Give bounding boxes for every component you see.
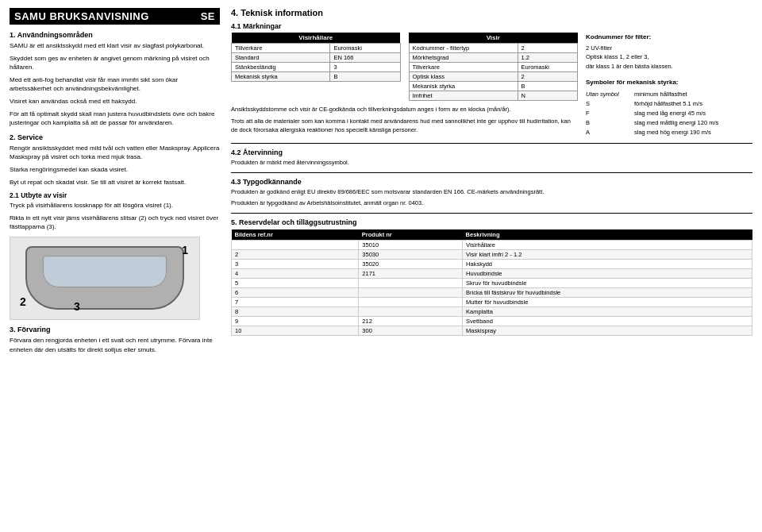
filter-line: Optisk klass 1, 2 eller 3, bbox=[586, 52, 752, 61]
image-label-2: 2 bbox=[20, 295, 26, 308]
symbol-title: Symboler för mekanisk styrka: bbox=[586, 78, 752, 88]
table-cell: Visirhållare bbox=[463, 241, 752, 250]
table-cell: 35010 bbox=[359, 241, 463, 250]
symbol-row: Aslag med hög energi 190 m/s bbox=[586, 128, 752, 137]
table-cell: 7 bbox=[232, 298, 359, 307]
divider-3 bbox=[231, 213, 752, 214]
visir-table: Visir Kodnummer - filtertyp2Mörkhetsgrad… bbox=[409, 33, 579, 101]
table-cell: 300 bbox=[359, 326, 463, 336]
utbyte-p2: Rikta in ett nytt visir jäms visirhållar… bbox=[10, 214, 220, 232]
table-cell: Bricka till fästskruv för huvudbindsle bbox=[463, 288, 752, 298]
anvandning-p5: För att få optimalt skydd skall man just… bbox=[10, 110, 220, 128]
service-p1: Rengör ansiktsskyddet med mild tvål och … bbox=[10, 144, 220, 162]
info-tables: Visirhållare TillverkareEuromaskiStandar… bbox=[231, 33, 578, 101]
symbol-row: Utan symbolminimum hållfasthet bbox=[586, 90, 752, 99]
table-cell: 1.2 bbox=[518, 53, 577, 63]
visir-shape bbox=[25, 246, 184, 310]
table-cell: Tillverkare bbox=[409, 63, 518, 72]
image-label-1: 1 bbox=[182, 244, 188, 256]
parts-header: Bildens ref.nr bbox=[232, 229, 359, 241]
table-cell bbox=[359, 307, 463, 317]
main-title: SAMU BRUKSANVISNING SE bbox=[10, 8, 220, 25]
table-row: 335020Hakskydd bbox=[232, 260, 752, 269]
symbol-desc: minimum hållfasthet bbox=[634, 90, 687, 99]
symbol-desc: slag med hög energi 190 m/s bbox=[634, 128, 711, 137]
service-p3: Byt ut repat och skadat visir. Se till a… bbox=[10, 178, 220, 187]
table-cell bbox=[359, 279, 463, 288]
visir-image: 2 1 3 bbox=[10, 237, 200, 320]
symbol-row: Fslag med låg energi 45 m/s bbox=[586, 109, 752, 118]
utbyte-p1: Tryck på visirhållarens lossknapp för at… bbox=[10, 201, 220, 210]
table-cell: 4 bbox=[232, 269, 359, 279]
table-cell: EN 166 bbox=[330, 53, 400, 63]
filter-line: där klass 1 är den bästa klassen. bbox=[586, 62, 752, 71]
table-row: 6Bricka till fästskruv för huvudbindsle bbox=[232, 288, 752, 298]
filter-symbol-area: Kodnummer för filter: 2 UV-filterOptisk … bbox=[586, 33, 752, 138]
table-cell: Tillverkare bbox=[232, 44, 330, 53]
table-cell: Euromaski bbox=[518, 63, 577, 72]
table-cell: Kamplatta bbox=[463, 307, 752, 317]
table-cell: B bbox=[330, 72, 400, 82]
symbol-key: S bbox=[586, 99, 629, 109]
title-text: SAMU BRUKSANVISNING bbox=[14, 10, 149, 22]
table-cell: 3 bbox=[330, 63, 400, 72]
table-cell bbox=[359, 298, 463, 307]
filter-box: Kodnummer för filter: 2 UV-filterOptisk … bbox=[586, 33, 752, 71]
visirhallare-table: Visirhållare TillverkareEuromaskiStandar… bbox=[231, 33, 401, 82]
service-p2: Starka rengöringsmedel kan skada visiret… bbox=[10, 165, 220, 175]
atervinning-paragraph: Produkten är märkt med återvinningssymbo… bbox=[231, 159, 752, 168]
symbol-desc: slag med måttlig energi 120 m/s bbox=[634, 118, 718, 128]
table-cell: Maskispray bbox=[463, 326, 752, 336]
table-row: 35010Visirhållare bbox=[232, 241, 752, 250]
material-paragraph: Trots att alla de materialer som kan kom… bbox=[231, 118, 578, 135]
parts-header: Produkt nr bbox=[359, 229, 463, 241]
table-cell: 8 bbox=[232, 307, 359, 317]
table-cell: 2 bbox=[232, 250, 359, 260]
visir-header: Visir bbox=[409, 33, 578, 44]
table-cell: 2171 bbox=[359, 269, 463, 279]
anvandning-p3: Med ett anti-fog behandlat visir får man… bbox=[10, 75, 220, 94]
parts-header: Beskrivning bbox=[463, 229, 752, 241]
page: SAMU BRUKSANVISNING SE 1. Användningsomr… bbox=[0, 0, 762, 532]
symbol-desc: slag med låg energi 45 m/s bbox=[634, 109, 706, 118]
table-cell: 212 bbox=[359, 317, 463, 326]
table-cell: Mutter för huvudbindsle bbox=[463, 298, 752, 307]
table-cell: Skruv för huvudbindsle bbox=[463, 279, 752, 288]
filter-title: Kodnummer för filter: bbox=[586, 33, 752, 42]
symbol-key: A bbox=[586, 128, 629, 137]
forvaring-p1: Förvara den rengjorda enheten i ett sval… bbox=[10, 336, 220, 354]
parts-table: Bildens ref.nrProdukt nrBeskrivning 3501… bbox=[231, 229, 752, 336]
right-main-title: 4. Teknisk information bbox=[231, 8, 752, 17]
table-cell: Mörkhetsgrad bbox=[409, 53, 518, 63]
table-cell: Huvudbindsle bbox=[463, 269, 752, 279]
table-cell: N bbox=[518, 91, 577, 101]
table-cell: 35030 bbox=[359, 250, 463, 260]
symbol-key: Utan symbol bbox=[586, 90, 629, 99]
right-column: 4. Teknisk information 4.1 Märkningar Vi… bbox=[231, 8, 752, 524]
symbol-key: B bbox=[586, 118, 629, 128]
image-label-3: 3 bbox=[74, 300, 80, 313]
visir-tables-area: Visirhållare TillverkareEuromaskiStandar… bbox=[231, 33, 578, 138]
anvandning-p1: SAMU är ett ansiktsskydd med ett klart v… bbox=[10, 41, 220, 51]
table-cell: 3 bbox=[232, 260, 359, 269]
symbol-desc: förhöjd hållfasthet 5.1 m/s bbox=[634, 99, 702, 109]
typgod-p1: Produkten är godkänd enligt EU direktiv … bbox=[231, 188, 752, 197]
table-row: 42171Huvudbindsle bbox=[232, 269, 752, 279]
visirhallare-header: Visirhållare bbox=[232, 33, 401, 44]
ce-paragraph: Ansiktsskyddstomme och visir är CE-godkä… bbox=[231, 106, 578, 114]
table-cell: 5 bbox=[232, 279, 359, 288]
section-utbyte-title: 2.1 Utbyte av visir bbox=[10, 191, 220, 199]
filter-lines: 2 UV-filterOptisk klass 1, 2 eller 3,där… bbox=[586, 44, 752, 71]
left-column: SAMU BRUKSANVISNING SE 1. Användningsomr… bbox=[10, 8, 220, 524]
se-badge: SE bbox=[201, 10, 215, 22]
typgodkannande-title: 4.3 Typgodkännande bbox=[231, 178, 752, 186]
table-row: 10300Maskispray bbox=[232, 326, 752, 336]
visir-block: Visir Kodnummer - filtertyp2Mörkhetsgrad… bbox=[409, 33, 579, 101]
table-cell bbox=[232, 241, 359, 250]
atervinning-title: 4.2 Återvinning bbox=[231, 148, 752, 156]
markningar-area: Visirhållare TillverkareEuromaskiStandar… bbox=[231, 33, 752, 138]
table-cell: Kodnummer - filtertyp bbox=[409, 44, 518, 53]
table-cell: 35020 bbox=[359, 260, 463, 269]
table-cell: Mekanisk styrka bbox=[409, 82, 518, 91]
table-cell: Visir klart imfri 2 - 1.2 bbox=[463, 250, 752, 260]
